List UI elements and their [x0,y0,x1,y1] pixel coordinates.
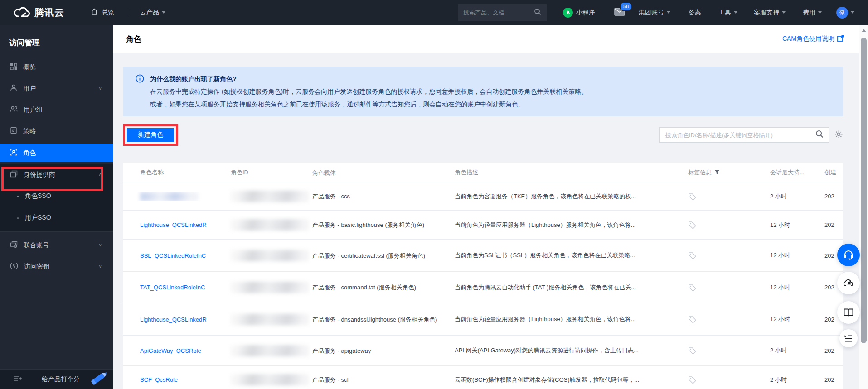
role-session-cell: 2 小时 [764,376,824,384]
grid-icon [10,63,17,72]
nav-account[interactable]: 微 [836,7,854,19]
scrollbar-up-arrow[interactable] [862,29,866,32]
search-icon[interactable] [815,130,824,140]
nav-tools-label: 工具 [718,9,731,17]
role-id-cell [231,250,312,261]
role-created-cell: 202 [824,193,843,200]
bullet-icon [17,217,19,219]
role-tags-cell[interactable] [688,192,764,201]
role-tags-cell[interactable] [688,251,764,259]
nav-messages[interactable]: 58 [614,8,625,17]
role-tags-cell[interactable] [688,283,764,292]
nav-billing[interactable]: 费用 [803,9,822,17]
role-id-cell [231,374,312,385]
table-row: TAT_QCSLinkedRoleInC 产品服务 - command.tat … [123,272,843,303]
quick-menu-button[interactable] [839,329,858,347]
users-icon [10,106,18,114]
sidebar-item-user-groups[interactable]: 用户组 [0,99,113,120]
role-desc-cell: 云函数(SCF)操作权限含创建对象存储(COS)触发器，拉取代码包等；... [455,376,688,384]
role-search-input[interactable] [665,132,815,139]
role-tags-cell[interactable] [688,221,764,229]
chevron-down-icon: ˅ [99,243,102,248]
sidebar-item-overview[interactable]: 概览 [0,57,113,78]
sidebar-item-policies[interactable]: 策略 [0,120,113,142]
chevron-down-icon [734,11,737,14]
sidebar-item-label: 概览 [23,63,36,72]
mini-program-icon [563,8,573,18]
role-name-link[interactable]: SCF_QcsRole [140,376,178,383]
table-row: SCF_QcsRole 产品服务 - scf 云函数(SCF)操作权限含创建对象… [123,366,843,389]
sidebar-item-users[interactable]: 用户 ˅ [0,78,113,99]
col-role-id: 角色ID [231,168,312,177]
sidebar-item-federated-account[interactable]: 联合账号 ˅ [0,235,113,256]
role-desc-cell: 当前角色为轻量应用服务器（Lighthouse）服务相关角色，该角色将... [455,221,688,229]
nav-cloud-products-label: 云产品 [140,9,159,17]
role-name-cell[interactable]: Lighthouse_QCSLinkedR [123,221,231,228]
tencent-cloud-logo[interactable]: 腾讯云 [14,6,64,19]
avatar[interactable]: 微 [836,7,848,19]
cam-doc-link[interactable]: CAM角色使用说明 [782,35,844,43]
role-name-cell[interactable]: TAT_QCSLinkedRoleInC [123,284,231,291]
role-name-link[interactable]: ApiGateWay_QCSRole [140,347,201,354]
nav-support[interactable]: 客服支持 [754,9,786,17]
sidebar-item-user-sso[interactable]: 用户SSO [0,207,113,229]
chevron-down-icon [782,11,786,14]
tag-icon [688,346,696,355]
sidebar-group-identity-provider: 身份提供商 ˄ 角色SSO 用户SSO [0,164,113,232]
role-name-cell[interactable]: SCF_QcsRole [123,376,231,383]
role-tags-cell[interactable] [688,346,764,355]
chevron-down-icon [851,11,854,14]
documentation-button[interactable] [837,301,860,324]
nav-mini-program[interactable]: 小程序 [563,8,595,18]
role-name-link[interactable]: Lighthouse_QCSLinkedR [140,316,207,323]
nav-overview[interactable]: 总览 [91,8,114,17]
pencil-illustration [87,369,111,389]
navbar-search[interactable] [458,4,547,21]
role-name-link[interactable]: TAT_QCSLinkedRoleInC [140,284,205,291]
role-tags-cell[interactable] [688,315,764,323]
sidebar-item-label: 角色 [23,149,36,157]
nav-billing-label: 费用 [803,9,815,17]
filter-funnel-icon[interactable] [714,169,720,176]
scrollbar-thumb[interactable] [861,38,867,343]
role-session-cell: 12 小时 [764,221,824,229]
chevron-down-icon: ˅ [99,264,102,269]
role-name-cell[interactable]: Lighthouse_QCSLinkedR [123,316,231,323]
list-icon [844,334,853,342]
nav-cloud-products[interactable]: 云产品 [140,9,165,17]
sidebar-item-roles[interactable]: 角色 [0,144,113,162]
redacted-role-name [140,192,198,201]
headset-icon [843,249,854,261]
sidebar-title: 访问管理 [0,25,113,57]
role-tags-cell[interactable] [688,376,764,384]
access-key-icon [10,262,18,271]
navbar-search-input[interactable] [463,9,534,16]
toolbar: 新建角色 [123,124,843,146]
sidebar-item-label: 身份提供商 [24,171,55,179]
nav-group-account[interactable]: 集团账号 [639,9,670,17]
role-name-cell[interactable]: SSL_QCSLinkedRoleInC [123,252,231,259]
sidebar-footer-rate[interactable]: 给产品打个分 [0,369,113,389]
sidebar-item-role-sso[interactable]: 角色SSO [0,185,113,207]
customer-service-button[interactable] [837,244,860,266]
nav-icp[interactable]: 备案 [689,9,701,17]
role-name-cell[interactable]: ApiGateWay_QCSRole [123,347,231,354]
table-settings-gear-icon[interactable] [834,130,843,140]
sidebar-item-label: 联合账号 [24,241,49,250]
chevron-down-icon: ˅ [99,86,102,91]
role-name-cell[interactable] [123,192,231,201]
nav-tools[interactable]: 工具 [718,9,737,17]
create-role-button[interactable]: 新建角色 [127,128,174,142]
redacted-role-id [231,345,309,356]
sidebar-item-identity-provider[interactable]: 身份提供商 ˄ [0,164,113,185]
role-session-cell: 2 小时 [764,192,824,201]
page-scrollbar[interactable] [859,25,868,389]
announcements-button[interactable] [837,272,860,294]
role-search-box[interactable] [659,127,829,143]
sidebar-item-access-keys[interactable]: 访问密钥 ˅ [0,256,113,277]
search-icon[interactable] [534,8,541,17]
role-name-link[interactable]: SSL_QCSLinkedRoleInC [140,252,206,259]
role-carrier-cell: 产品服务 - dnsandssl.lighthouse (服务相关角色) [312,315,455,324]
redacted-role-id [231,282,309,293]
role-name-link[interactable]: Lighthouse_QCSLinkedR [140,221,207,228]
